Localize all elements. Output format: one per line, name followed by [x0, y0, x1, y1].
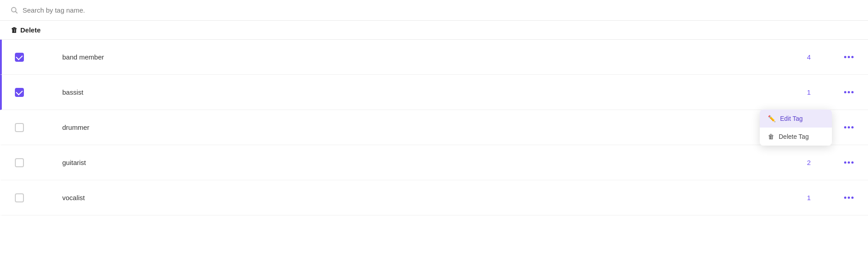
checkbox-guitarist[interactable]	[15, 158, 24, 167]
table-row: vocalist1	[0, 180, 868, 215]
more-button-band-member[interactable]	[840, 54, 857, 60]
tag-name: bassist	[62, 88, 795, 96]
checkbox-wrap	[13, 53, 26, 62]
checkbox-bassist[interactable]	[15, 88, 24, 97]
dot-icon	[844, 91, 846, 93]
tag-name: drummer	[62, 124, 795, 131]
dot-icon	[844, 161, 846, 164]
checkbox-wrap	[13, 193, 26, 202]
dot-icon	[848, 91, 850, 93]
dot-icon	[851, 126, 854, 128]
checkbox-wrap	[13, 88, 26, 97]
edit-tag-menu-item[interactable]: ✏️Edit Tag	[760, 110, 832, 128]
svg-line-1	[16, 11, 18, 13]
more-button-guitarist[interactable]	[840, 160, 857, 165]
table-row: bassist1	[0, 75, 868, 110]
context-menu: ✏️Edit Tag🗑Delete Tag	[760, 110, 832, 146]
dot-icon	[851, 91, 854, 93]
tag-count: 2	[795, 159, 822, 166]
more-button-bassist[interactable]	[840, 89, 857, 95]
delete-label: Delete	[20, 26, 41, 34]
dot-icon	[848, 126, 850, 128]
dot-icon	[848, 197, 850, 199]
checkbox-wrap	[13, 123, 26, 132]
search-input[interactable]	[23, 6, 158, 14]
tag-count: 1	[795, 194, 822, 201]
trash-icon: 🗑	[11, 26, 18, 34]
delete-button[interactable]: 🗑 Delete	[11, 26, 41, 34]
pencil-icon: ✏️	[768, 115, 776, 122]
dot-icon	[851, 56, 854, 58]
checkbox-vocalist[interactable]	[15, 193, 24, 202]
more-button-drummer[interactable]	[840, 124, 857, 130]
tag-name: guitarist	[62, 159, 795, 166]
tag-count: 1	[795, 88, 822, 96]
table-row: drummer1✏️Edit Tag🗑Delete Tag	[0, 110, 868, 145]
dot-icon	[848, 161, 850, 164]
table-row: band member4	[0, 40, 868, 75]
dot-icon	[844, 56, 846, 58]
dot-icon	[851, 197, 854, 199]
edit-tag-label: Edit Tag	[780, 115, 803, 122]
checkbox-drummer[interactable]	[15, 123, 24, 132]
dot-icon	[848, 56, 850, 58]
search-icon	[11, 7, 18, 14]
search-bar	[0, 0, 868, 21]
toolbar: 🗑 Delete	[0, 21, 868, 40]
table-row: guitarist2	[0, 145, 868, 180]
trash-icon: 🗑	[768, 133, 774, 140]
tags-table: band member4bassist1drummer1✏️Edit Tag🗑D…	[0, 40, 868, 215]
delete-tag-menu-item[interactable]: 🗑Delete Tag	[760, 128, 832, 146]
dot-icon	[844, 197, 846, 199]
checkbox-band-member[interactable]	[15, 53, 24, 62]
delete-tag-label: Delete Tag	[779, 133, 809, 140]
tag-name: vocalist	[62, 194, 795, 201]
tag-name: band member	[62, 53, 795, 61]
dot-icon	[851, 161, 854, 164]
tag-count: 4	[795, 53, 822, 61]
dot-icon	[844, 126, 846, 128]
checkbox-wrap	[13, 158, 26, 167]
more-button-vocalist[interactable]	[840, 195, 857, 201]
